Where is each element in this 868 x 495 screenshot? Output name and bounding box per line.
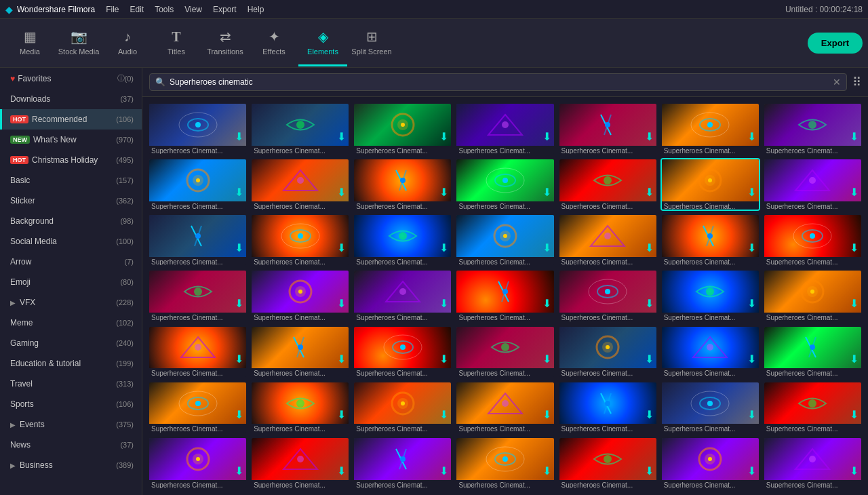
download-icon-43[interactable]: ⬇	[235, 464, 243, 477]
sidebar-item-meme[interactable]: Meme (102)	[0, 313, 142, 333]
download-icon-20[interactable]: ⬇	[747, 241, 756, 254]
download-icon-4[interactable]: ⬇	[542, 130, 551, 143]
download-icon-39[interactable]: ⬇	[542, 408, 551, 421]
download-icon-18[interactable]: ⬇	[542, 241, 551, 254]
download-icon-49[interactable]: ⬇	[850, 464, 859, 477]
download-icon-21[interactable]: ⬇	[850, 241, 859, 254]
sidebar-item-downloads[interactable]: Downloads (37)	[0, 89, 142, 109]
grid-item-47[interactable]: ⬇Superheroes Cinemat...	[558, 437, 658, 490]
favorites-info-icon[interactable]: ⓘ	[117, 73, 125, 83]
grid-item-25[interactable]: ⬇Superheroes Cinemat...	[455, 269, 555, 322]
menu-view[interactable]: View	[184, 5, 202, 14]
download-icon-36[interactable]: ⬇	[235, 408, 243, 421]
grid-item-12[interactable]: ⬇Superheroes Cinemat...	[558, 158, 658, 211]
grid-item-24[interactable]: ⬇Superheroes Cinemat...	[353, 269, 452, 322]
download-icon-26[interactable]: ⬇	[645, 297, 654, 310]
download-icon-33[interactable]: ⬇	[645, 353, 654, 365]
download-icon-34[interactable]: ⬇	[747, 353, 756, 365]
grid-item-19[interactable]: ⬇Superheroes Cinemat...	[558, 214, 658, 266]
download-icon-16[interactable]: ⬇	[337, 241, 346, 254]
sidebar-item-recommended[interactable]: HOT Recommended (106)	[0, 109, 142, 130]
sidebar-item-education[interactable]: Education & tutorial (199)	[0, 353, 142, 374]
grid-item-2[interactable]: ⬇Superheroes Cinemat...	[250, 102, 350, 155]
grid-item-22[interactable]: ⬇Superheroes Cinemat...	[148, 269, 248, 322]
download-icon-32[interactable]: ⬇	[542, 353, 551, 365]
grid-item-39[interactable]: ⬇Superheroes Cinemat...	[455, 381, 555, 434]
download-icon-22[interactable]: ⬇	[235, 297, 243, 310]
download-icon-45[interactable]: ⬇	[439, 464, 448, 477]
download-icon-41[interactable]: ⬇	[747, 408, 756, 421]
toolbar-effects[interactable]: ✦ Effects	[250, 20, 298, 66]
grid-item-4[interactable]: ⬇Superheroes Cinemat...	[455, 102, 555, 155]
download-icon-30[interactable]: ⬇	[337, 353, 346, 365]
sidebar-item-travel[interactable]: Travel (313)	[0, 374, 142, 394]
download-icon-35[interactable]: ⬇	[850, 353, 859, 365]
download-icon-9[interactable]: ⬇	[337, 186, 346, 199]
download-icon-19[interactable]: ⬇	[645, 241, 654, 254]
grid-item-32[interactable]: ⬇Superheroes Cinemat...	[455, 325, 555, 378]
grid-item-28[interactable]: ⬇Superheroes Cinemat...	[763, 269, 863, 322]
grid-item-48[interactable]: ⬇Superheroes Cinemat...	[660, 437, 760, 490]
download-icon-1[interactable]: ⬇	[235, 130, 243, 143]
grid-layout-icon[interactable]: ⠿	[852, 75, 861, 90]
download-icon-6[interactable]: ⬇	[747, 130, 756, 143]
grid-item-6[interactable]: ⬇Superheroes Cinemat...	[660, 102, 760, 155]
grid-item-33[interactable]: ⬇Superheroes Cinemat...	[558, 325, 658, 378]
toolbar-split-screen[interactable]: ⊞ Split Screen	[347, 20, 396, 66]
toolbar-elements[interactable]: ◈ Elements	[298, 20, 347, 66]
export-button[interactable]: Export	[808, 33, 863, 54]
download-icon-46[interactable]: ⬇	[542, 464, 551, 477]
download-icon-23[interactable]: ⬇	[337, 297, 346, 310]
grid-item-43[interactable]: ⬇Superheroes Cinemat...	[148, 437, 248, 490]
grid-item-9[interactable]: ⬇Superheroes Cinemat...	[250, 158, 350, 211]
clear-search-icon[interactable]: ✕	[833, 77, 841, 87]
grid-item-29[interactable]: ⬇Superheroes Cinemat...	[148, 325, 248, 378]
download-icon-25[interactable]: ⬇	[542, 297, 551, 310]
download-icon-11[interactable]: ⬇	[542, 186, 551, 199]
grid-item-18[interactable]: ⬇Superheroes Cinemat...	[455, 214, 555, 266]
menu-tools[interactable]: Tools	[155, 5, 174, 14]
grid-item-16[interactable]: ⬇Superheroes Cinemat...	[250, 214, 350, 266]
download-icon-44[interactable]: ⬇	[337, 464, 346, 477]
download-icon-7[interactable]: ⬇	[850, 130, 859, 143]
grid-item-26[interactable]: ⬇Superheroes Cinemat...	[558, 269, 658, 322]
menu-edit[interactable]: Edit	[130, 5, 144, 14]
grid-item-8[interactable]: ⬇Superheroes Cinemat...	[148, 158, 248, 211]
download-icon-27[interactable]: ⬇	[747, 297, 756, 310]
sidebar-item-emoji[interactable]: Emoji (80)	[0, 272, 142, 292]
sidebar-item-christmas[interactable]: HOT Christmas Holiday (495)	[0, 150, 142, 170]
sidebar-item-whats-new[interactable]: NEW What's New (970)	[0, 130, 142, 150]
download-icon-40[interactable]: ⬇	[645, 408, 654, 421]
menu-export[interactable]: Export	[213, 5, 237, 14]
sidebar-item-vfx[interactable]: ▶ VFX (228)	[0, 292, 142, 313]
grid-item-38[interactable]: ⬇Superheroes Cinemat...	[353, 381, 452, 434]
download-icon-28[interactable]: ⬇	[850, 297, 859, 310]
sidebar-item-basic[interactable]: Basic (157)	[0, 170, 142, 191]
download-icon-47[interactable]: ⬇	[645, 464, 654, 477]
sidebar-item-gaming[interactable]: Gaming (240)	[0, 333, 142, 353]
grid-item-15[interactable]: ⬇Superheroes Cinemat...	[148, 214, 248, 266]
sidebar-item-social-media[interactable]: Social Media (100)	[0, 231, 142, 252]
grid-item-17[interactable]: ⬇Superheroes Cinemat...	[353, 214, 452, 266]
download-icon-2[interactable]: ⬇	[337, 130, 346, 143]
download-icon-14[interactable]: ⬇	[850, 186, 859, 199]
grid-item-42[interactable]: ⬇Superheroes Cinemat...	[763, 381, 863, 434]
toolbar-audio[interactable]: ♪ Audio	[103, 20, 152, 66]
sidebar-item-news[interactable]: News (37)	[0, 435, 142, 455]
download-icon-24[interactable]: ⬇	[439, 297, 448, 310]
grid-item-49[interactable]: ⬇Superheroes Cinemat...	[763, 437, 863, 490]
grid-item-34[interactable]: ⬇Superheroes Cinemat...	[660, 325, 760, 378]
grid-item-3[interactable]: ⬇Superheroes Cinemat...	[353, 102, 452, 155]
grid-item-21[interactable]: ⬇Superheroes Cinemat...	[763, 214, 863, 266]
grid-item-37[interactable]: ⬇Superheroes Cinemat...	[250, 381, 350, 434]
download-icon-5[interactable]: ⬇	[645, 130, 654, 143]
sidebar-item-sticker[interactable]: Sticker (362)	[0, 191, 142, 211]
download-icon-29[interactable]: ⬇	[235, 353, 243, 365]
download-icon-13[interactable]: ⬇	[747, 186, 756, 199]
grid-item-46[interactable]: ⬇Superheroes Cinemat...	[455, 437, 555, 490]
grid-item-36[interactable]: ⬇Superheroes Cinemat...	[148, 381, 248, 434]
grid-item-40[interactable]: ⬇Superheroes Cinemat...	[558, 381, 658, 434]
grid-item-20[interactable]: ⬇Superheroes Cinemat...	[660, 214, 760, 266]
search-input[interactable]	[170, 77, 833, 87]
grid-item-45[interactable]: ⬇Superheroes Cinemat...	[353, 437, 452, 490]
